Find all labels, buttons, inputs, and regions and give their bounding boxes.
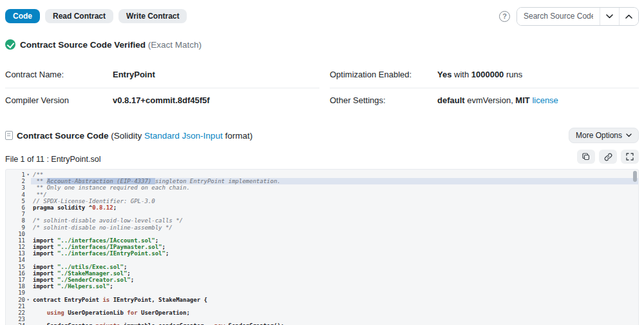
code-line[interactable]: 14 [6,257,638,263]
format-suffix: format) [223,131,253,141]
search-prev-button[interactable] [619,8,638,25]
search-next-button[interactable] [600,8,619,25]
code-line[interactable]: 4 **/ [6,192,638,198]
expand-button[interactable] [621,150,639,164]
code-text: // SPDX-License-Identifier: GPL-3.0 [31,198,638,204]
text-part: evmVersion, [465,95,516,105]
scrollbar-thumb[interactable] [633,171,637,182]
line-number: 24 [6,322,25,325]
verified-banner: Contract Source Code Verified (Exact Mat… [5,39,639,50]
help-icon[interactable]: ? [499,11,510,22]
code-line[interactable]: 15import "../utils/Exec.sol"; [6,264,638,270]
verified-title: Contract Source Code Verified [20,40,146,50]
code-line[interactable]: 5// SPDX-License-Identifier: GPL-3.0 [6,198,638,204]
optimization-value: Yes with 1000000 runs [437,70,639,79]
details-right-column: Optimization Enabled: Yes with 1000000 r… [330,63,639,113]
code-line[interactable]: 8/* solhint-disable avoid-low-level-call… [6,217,638,224]
source-section-header: Contract Source Code (Solidity Standard … [5,128,639,143]
line-number: 5 [6,198,25,204]
contract-name-label: Contract Name: [5,70,113,79]
code-line[interactable]: 3 ** Only one instance required on each … [6,184,638,191]
fold-spacer [25,237,31,244]
fold-spacer [25,264,31,270]
code-line[interactable]: 24 SenderCreator private immutable sende… [6,322,638,325]
line-number: 18 [6,283,25,290]
fold-caret-icon[interactable]: ▾ [25,297,31,303]
code-line[interactable]: 9/* solhint-disable no-inline-assembly *… [6,224,638,231]
copy-icon [582,153,590,161]
line-number: 16 [6,270,25,277]
source-search-group [516,7,639,26]
license-link[interactable]: license [532,95,558,105]
code-text: import "./Helpers.sol"; [31,283,638,290]
code-text: import "../interfaces/IPaymaster.sol"; [31,244,638,250]
line-number: 2 [6,178,25,184]
fold-spacer [25,257,31,263]
chevron-down-icon [626,133,632,137]
code-line[interactable]: 17import "./SenderCreator.sol"; [6,277,638,283]
permalink-button[interactable] [599,150,617,164]
text-part: 1000000 [471,70,504,79]
contract-name-value: EntryPoint [113,70,319,79]
code-line[interactable]: 7 [6,211,638,217]
code-text: /* solhint-disable no-inline-assembly */ [31,224,638,231]
file-icon [5,131,13,140]
code-line[interactable]: 1▾/** [6,172,638,178]
code-line[interactable]: 2 ** Account-Abstraction (EIP-4337) sing… [6,178,638,184]
fold-spacer [25,224,31,231]
line-number: 14 [6,257,25,263]
source-section-title: Contract Source Code (Solidity Standard … [5,131,252,141]
code-line[interactable]: 10 [6,231,638,237]
fold-spacer [25,250,31,257]
code-line[interactable]: 21 [6,303,638,310]
link-icon [604,153,612,161]
code-line[interactable]: 20▾contract EntryPoint is IEntryPoint, S… [6,297,638,303]
code-line[interactable]: 13import "../interfaces/IEntryPoint.sol"… [6,250,638,257]
fold-spacer [25,270,31,277]
standard-json-input-link[interactable]: Standard Json-Input [144,131,223,141]
search-source-code-input[interactable] [517,8,600,25]
code-line[interactable]: 6pragma solidity ^0.8.12; [6,204,638,211]
code-line[interactable]: 18import "./Helpers.sol"; [6,283,638,290]
contract-tabs: Code Read Contract Write Contract [5,9,187,23]
line-number: 7 [6,211,25,217]
fold-spacer [25,310,31,316]
optimization-label: Optimization Enabled: [330,70,437,79]
contract-name-row: Contract Name: EntryPoint [5,63,319,88]
code-line[interactable]: 16import "./StakeManager.sol"; [6,270,638,277]
line-number: 23 [6,316,25,322]
more-options-label: More Options [576,131,622,140]
source-code-editor[interactable]: 1▾/**2 ** Account-Abstraction (EIP-4337)… [5,169,639,325]
code-text: pragma solidity ^0.8.12; [31,204,638,211]
code-action-buttons [577,150,639,164]
code-text: contract EntryPoint is IEntryPoint, Stak… [31,297,638,303]
tab-read-contract[interactable]: Read Contract [45,9,113,23]
text-part: Yes [437,70,451,79]
fold-spacer [25,192,31,198]
fold-caret-icon[interactable]: ▾ [25,172,31,178]
line-number: 22 [6,310,25,316]
tab-code[interactable]: Code [5,9,40,23]
code-line[interactable]: 11import "../interfaces/IAccount.sol"; [6,237,638,244]
other-settings-row: Other Settings: default evmVersion, MIT … [330,88,639,113]
code-line[interactable]: 23 [6,316,638,322]
line-number: 10 [6,231,25,237]
tab-write-contract[interactable]: Write Contract [118,9,187,23]
line-number: 17 [6,277,25,283]
code-text: ** Account-Abstraction (EIP-4337) single… [31,178,638,184]
code-line[interactable]: 22 using UserOperationLib for UserOperat… [6,310,638,316]
check-circle-icon [5,39,15,50]
line-number: 19 [6,290,25,296]
copy-source-button[interactable] [577,150,595,164]
verified-match-type: (Exact Match) [148,40,202,50]
more-options-button[interactable]: More Options [569,128,639,143]
line-number: 4 [6,192,25,198]
code-line[interactable]: 19 [6,290,638,296]
fold-spacer [25,316,31,322]
code-text [31,257,638,263]
other-settings-value: default evmVersion, MIT license [437,95,639,105]
text-part: default [437,95,465,105]
code-text [31,211,638,217]
fold-spacer [25,283,31,290]
code-line[interactable]: 12import "../interfaces/IPaymaster.sol"; [6,244,638,250]
